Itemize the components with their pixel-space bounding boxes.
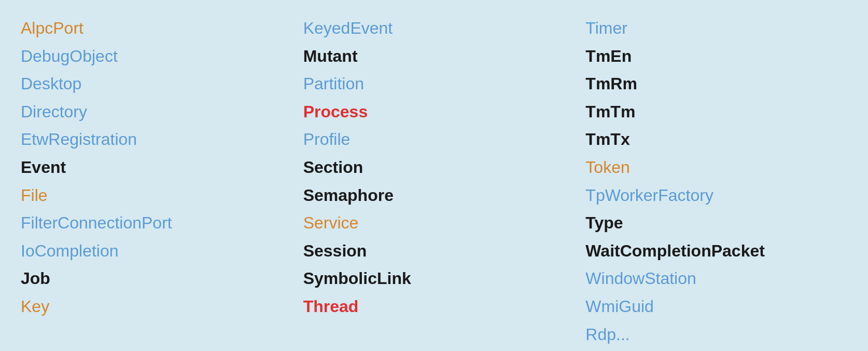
list-item: Job (21, 266, 283, 292)
list-item: WmiGuid (585, 294, 847, 320)
list-item: SymbolicLink (303, 266, 565, 292)
list-item: Profile (303, 127, 565, 153)
list-item: IoCompletion (21, 238, 283, 264)
list-item: WindowStation (585, 266, 847, 292)
list-item: Token (585, 155, 847, 181)
column-3: TimerTmEnTmRmTmTmTmTxTokenTpWorkerFactor… (575, 16, 858, 347)
list-item: Process (303, 99, 565, 125)
list-item: TmTm (585, 99, 847, 125)
list-item: Semaphore (303, 183, 565, 209)
column-1: AlpcPortDebugObjectDesktopDirectoryEtwRe… (10, 16, 293, 347)
list-item: TmEn (585, 44, 847, 70)
list-item: Thread (303, 294, 565, 320)
list-item: WaitCompletionPacket (585, 238, 847, 264)
list-item: Section (303, 155, 565, 181)
list-item: Type (585, 210, 847, 236)
list-item: Timer (585, 16, 847, 42)
list-item: KeyedEvent (303, 16, 565, 42)
list-item: File (21, 183, 283, 209)
list-item: Key (21, 294, 283, 320)
list-item: Desktop (21, 71, 283, 97)
list-item: AlpcPort (21, 16, 283, 42)
list-item: DebugObject (21, 44, 283, 70)
list-item: Rdp... (585, 322, 847, 348)
list-item: Partition (303, 71, 565, 97)
list-item: TpWorkerFactory (585, 183, 847, 209)
list-item: Event (21, 155, 283, 181)
main-container: AlpcPortDebugObjectDesktopDirectoryEtwRe… (10, 16, 858, 347)
list-item: EtwRegistration (21, 127, 283, 153)
list-item: Service (303, 210, 565, 236)
list-item: TmTx (585, 127, 847, 153)
list-item: TmRm (585, 71, 847, 97)
list-item: Mutant (303, 44, 565, 70)
list-item: Session (303, 238, 565, 264)
list-item: Directory (21, 99, 283, 125)
column-2: KeyedEventMutantPartitionProcessProfileS… (293, 16, 576, 347)
list-item: FilterConnectionPort (21, 210, 283, 236)
